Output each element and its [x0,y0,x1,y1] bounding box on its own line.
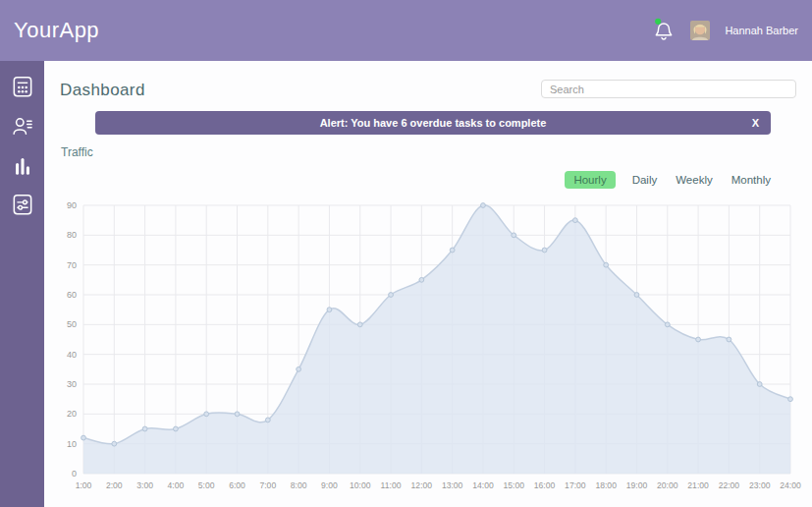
svg-text:18:00: 18:00 [595,480,617,490]
svg-text:10:00: 10:00 [350,480,371,490]
svg-text:90: 90 [67,200,77,210]
bar-chart-icon[interactable] [10,152,35,178]
page-title: Dashboard [60,81,145,100]
notifications-button[interactable] [652,18,676,43]
avatar[interactable] [690,21,710,40]
bell-icon [652,18,676,43]
traffic-area-chart: 01020304050607080901:002:003:004:005:006… [44,192,812,507]
svg-text:1:00: 1:00 [76,480,92,490]
section-title-traffic: Traffic [61,145,93,159]
svg-text:2:00: 2:00 [106,480,123,490]
alert-banner: Alert: You have 6 overdue tasks to compl… [95,111,771,135]
alert-close-button[interactable]: X [752,111,759,135]
tab-daily[interactable]: Daily [630,171,660,189]
notification-status-dot [655,19,661,25]
app-header: YourApp Hannah Barber [0,0,812,61]
svg-text:13:00: 13:00 [442,480,463,490]
svg-text:16:00: 16:00 [534,480,556,490]
sliders-icon[interactable] [10,192,35,217]
contacts-icon[interactable] [10,113,35,139]
svg-text:11:00: 11:00 [381,480,402,490]
svg-text:15:00: 15:00 [504,480,525,490]
svg-text:17:00: 17:00 [565,480,586,490]
svg-text:7:00: 7:00 [259,480,276,490]
svg-text:24:00: 24:00 [780,480,801,490]
tab-hourly[interactable]: Hourly [565,171,615,189]
svg-text:3:00: 3:00 [136,480,153,490]
main-content: Dashboard Alert: You have 6 overdue task… [44,61,812,507]
svg-text:20:00: 20:00 [657,480,678,490]
svg-text:21:00: 21:00 [687,480,709,490]
svg-text:9:00: 9:00 [321,480,338,490]
svg-text:14:00: 14:00 [472,480,494,490]
user-name[interactable]: Hannah Barber [725,25,798,36]
svg-text:0: 0 [72,469,77,479]
app-title: YourApp [14,18,99,43]
svg-text:40: 40 [67,350,77,360]
svg-text:4:00: 4:00 [168,480,185,490]
svg-text:8:00: 8:00 [291,480,307,490]
search-input[interactable] [541,80,796,98]
svg-text:12:00: 12:00 [411,480,433,490]
sidebar-nav [0,61,44,507]
range-tabs: Hourly Daily Weekly Monthly [565,171,773,189]
tab-monthly[interactable]: Monthly [730,171,773,189]
svg-text:60: 60 [67,290,77,300]
svg-text:10: 10 [67,439,77,449]
svg-text:50: 50 [67,319,77,329]
svg-text:5:00: 5:00 [198,480,215,490]
svg-text:22:00: 22:00 [719,480,740,490]
tab-weekly[interactable]: Weekly [674,171,715,189]
avatar-image [690,21,710,40]
calculator-icon[interactable] [10,74,35,99]
svg-text:6:00: 6:00 [229,480,245,490]
svg-text:19:00: 19:00 [626,480,648,490]
svg-text:70: 70 [67,260,77,270]
alert-message: Alert: You have 6 overdue tasks to compl… [320,117,547,129]
svg-text:80: 80 [67,230,77,240]
svg-text:30: 30 [67,379,77,389]
svg-text:23:00: 23:00 [749,480,771,490]
svg-text:20: 20 [67,409,77,419]
